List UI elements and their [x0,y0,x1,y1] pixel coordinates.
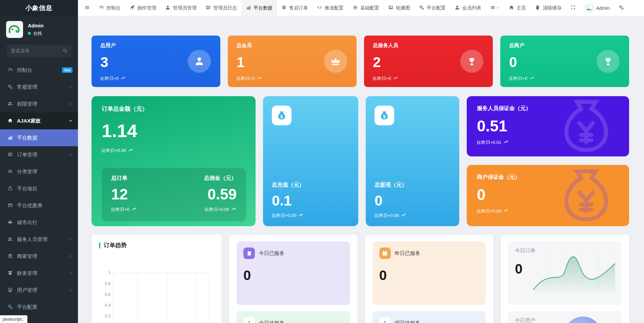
order-total-card: 订单总金额（元） 1.14 比昨日+0.00 总订单 12 比昨日+0 总佣金（… [92,96,256,226]
svg-text:0.4: 0.4 [105,303,110,308]
today-pending-panel: 今日待服务 [237,311,350,323]
dashboard-icon [99,5,106,11]
medal-icon [460,50,483,73]
nav-item-push-config[interactable]: 推送配置 [313,0,348,16]
yesterday-served-value: 0 [379,268,479,283]
sidebar-item-finance[interactable]: 财务管理 [0,265,78,282]
sidebar-item-orders[interactable]: 订单管理 [0,146,78,163]
trash-icon [535,5,543,11]
user-circle-icon [7,287,17,294]
today-orders-sparkline [531,247,617,299]
today-served-value: 0 [243,268,343,283]
money-bag-icon [555,96,618,156]
fullscreen-icon [570,5,576,11]
caret-down-icon [496,5,500,11]
tomorrow-pending-panel: 明日待服务 [373,311,486,323]
dashboard-icon [7,67,17,73]
money-cards-row: 订单总金额（元） 1.14 比昨日+0.00 总订单 12 比昨日+0 总佣金（… [92,96,629,226]
today-served-panel: 今日已服务 0 [237,241,350,305]
sidebar-item-platform-config[interactable]: 平台配置 [0,299,78,316]
shopping-bag-icon [7,186,17,192]
order-trend-card: 订单趋势 1 0.8 0.6 0.4 0 [92,235,222,323]
nav-item-basic-config[interactable]: 基础配置 [348,0,384,16]
users-icon [7,236,17,243]
nav-user-menu[interactable]: Admin [580,0,614,16]
chevron-left-icon [68,287,73,293]
gear-icon [353,5,360,11]
chevron-left-icon [68,101,73,107]
svg-text:1: 1 [108,271,110,275]
withdraw-card: 总提现（元） 0 比昨日+0.00 [366,96,459,226]
credit-card-icon [7,202,17,209]
user-icon [455,5,462,11]
user-icon [165,5,173,11]
trend-icon [401,212,406,219]
chevron-left-icon [68,152,73,158]
fullscreen-button[interactable] [566,0,580,16]
nav-settings-button[interactable] [614,0,628,16]
chevron-left-icon [68,237,73,242]
gears-icon [619,5,624,11]
svg-text:0.6: 0.6 [105,292,110,297]
sidebar-item-user-management[interactable]: 用户管理 [0,282,78,299]
stat-card-total-merchants: 总商户 0 比昨日+0 [500,36,629,87]
sidebar-menu: 控制台 hot 常规管理 权限管理 AJAX家政 平台数据 订单管理 [0,62,78,323]
today-users-panel: 今日用户 [508,311,622,323]
nav-item-aftersale-orders[interactable]: 售后订单 [277,0,313,16]
nav-item-admin-logs[interactable]: 管理员日志 [201,0,241,16]
withdraw-value: 0 [375,193,450,209]
sidebar-item-service-staff[interactable]: 服务人员管理 [0,231,78,248]
app-logo: 小象信息 [0,0,78,16]
stat-cards-row: 总用户 3 比昨日+0 总会员 1 比昨日+0 总服务人员 2 比昨日+0 [92,36,629,87]
nav-item-homepage[interactable]: 主页 [504,0,530,16]
trend-icon [257,76,262,82]
sidebar-item-merchants[interactable]: 商家管理 [0,248,78,265]
hamburger-icon [84,5,90,11]
archive-icon [7,270,17,277]
sidebar-item-console[interactable]: 控制台 hot [0,62,78,79]
code-icon [317,5,325,11]
user-status: 在线 [33,30,42,37]
order-sub-panel: 总订单 12 比昨日+0 总佣金（元） 0.59 比昨日+0.00 [102,168,246,221]
user-avatar[interactable] [6,21,23,38]
stat-card-total-members: 总会员 1 比昨日+0 [228,36,357,87]
nav-item-console[interactable]: 控制台 [94,0,125,16]
search-icon [62,48,68,55]
nav-item-carousel[interactable]: 轮播图 [384,0,415,16]
image-icon [388,5,396,11]
chevron-left-icon [68,271,73,276]
trend-icon [132,206,137,213]
today-orders-panel: 今日订单 0 [508,241,622,305]
sidebar-toggle-button[interactable] [80,0,94,16]
hands-heart-icon [243,317,255,323]
menu-search-input[interactable] [7,45,71,57]
svg-text:0.2: 0.2 [105,314,110,319]
title-accent-bar [99,242,100,249]
menu-bars-icon [490,5,496,11]
sidebar-item-categories[interactable]: 分类管理 [0,163,78,180]
sidebar-item-permissions[interactable]: 权限管理 [0,95,78,112]
sidebar-item-platform-data[interactable]: 平台数据 [0,129,78,146]
chart-title: 订单趋势 [104,241,127,249]
nav-item-platform-data[interactable]: 平台数据 [241,0,277,16]
nav-item-clear-cache[interactable]: 清除缓存 [530,0,566,16]
sidebar-item-ajax-housekeeping[interactable]: AJAX家政 [0,112,78,129]
today-orders-card: 今日订单 0 [501,235,629,323]
sidebar-item-platform-projects[interactable]: 平台项目 [0,180,78,197]
list-icon [7,152,17,158]
staff-deposit-card: 服务人员保证金（元） 0.51 比昨日+0.01 [467,96,629,156]
sidebar-item-city-travel[interactable]: 城市出行 [0,214,78,231]
nav-item-member-list[interactable]: 会员列表 [450,0,486,16]
sidebar-item-coupons[interactable]: 平台优惠券 [0,197,78,214]
nav-item-admin-management[interactable]: 管理员管理 [161,0,201,16]
calendar-check-icon [379,247,391,259]
crown-icon [324,50,347,73]
total-commission-value: 0.59 [204,186,237,203]
nav-more-menu-button[interactable] [486,0,504,16]
nav-item-plugins[interactable]: 插件管理 [125,0,161,16]
sidebar-item-general[interactable]: 常规管理 [0,79,78,95]
pause-icon [281,5,289,11]
nav-item-platform-config[interactable]: 平台配置 [415,0,450,16]
money-bag-icon [272,106,291,125]
report-icon [243,247,255,259]
